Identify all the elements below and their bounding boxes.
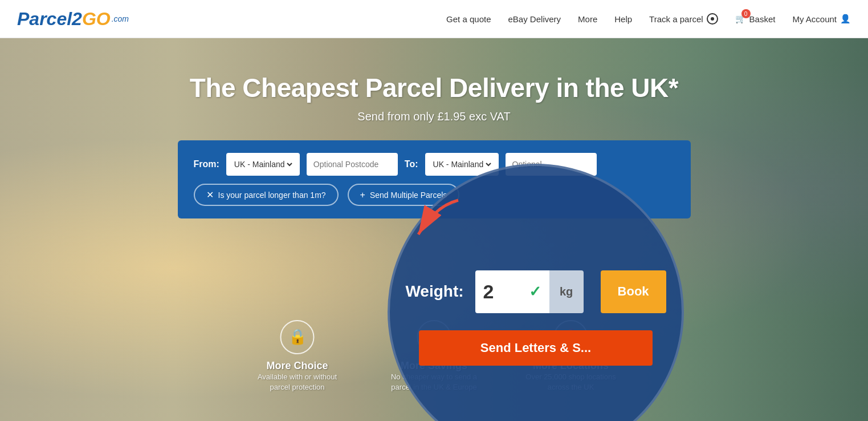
- target-icon: [707, 13, 718, 25]
- nav-get-quote[interactable]: Get a quote: [446, 14, 491, 24]
- longer-parcel-button[interactable]: ✕ Is your parcel longer than 1m?: [194, 184, 339, 206]
- logo-2: 2: [72, 9, 82, 30]
- arrow-indicator: [401, 195, 464, 246]
- user-icon: 👤: [840, 14, 851, 24]
- search-row: From: UK - Mainland To: UK - Mainland: [194, 153, 675, 176]
- hero-subtitle: Send from only £1.95 exc VAT: [357, 110, 510, 123]
- hero-title: The Cheapest Parcel Delivery in the UK*: [190, 72, 678, 103]
- basket-label: Basket: [749, 14, 776, 24]
- nav-ebay-delivery[interactable]: eBay Delivery: [508, 14, 561, 24]
- hero-section: The Cheapest Parcel Delivery in the UK* …: [0, 38, 868, 421]
- nav-more[interactable]: More: [578, 14, 597, 24]
- size-icon: ✕: [206, 189, 214, 200]
- nav-my-account[interactable]: My Account 👤: [792, 14, 851, 24]
- magnifier-weight-value: 2: [483, 281, 494, 303]
- logo-go: GO: [82, 9, 111, 30]
- nav-basket[interactable]: 🛒 0 Basket: [735, 14, 776, 24]
- logo-com: .com: [112, 14, 129, 23]
- feature-more-choice-title: More Choice: [266, 360, 328, 372]
- magnifier-weight-input[interactable]: 2 ✓: [475, 270, 549, 313]
- to-country-dropdown[interactable]: UK - Mainland: [431, 159, 493, 169]
- feature-more-choice-desc: Available with or without parcel protect…: [252, 372, 343, 392]
- my-account-label: My Account: [792, 14, 837, 24]
- shield-icon: 🔒: [280, 320, 315, 354]
- basket-icon: 🛒 0: [735, 14, 746, 24]
- magnifier-book-button[interactable]: Book: [601, 270, 666, 313]
- feature-more-choice: 🔒 More Choice Available with or without …: [252, 320, 343, 392]
- magnifier-send-button[interactable]: Send Letters & S...: [419, 330, 653, 366]
- plus-icon: +: [360, 190, 365, 200]
- header: Parcel 2 GO .com Get a quote eBay Delive…: [0, 0, 868, 38]
- basket-count: 0: [741, 9, 751, 18]
- from-label: From:: [194, 159, 219, 169]
- to-label: To:: [405, 159, 418, 169]
- logo-parcel: Parcel: [17, 9, 72, 30]
- from-country-select[interactable]: UK - Mainland: [226, 153, 300, 176]
- nav-help[interactable]: Help: [614, 14, 632, 24]
- from-country-dropdown[interactable]: UK - Mainland: [232, 159, 294, 169]
- check-icon: ✓: [529, 283, 541, 301]
- from-postcode-input[interactable]: [307, 153, 398, 176]
- track-parcel-label: Track a parcel: [649, 14, 703, 24]
- logo[interactable]: Parcel 2 GO .com: [17, 9, 129, 30]
- nav-track-parcel[interactable]: Track a parcel: [649, 13, 718, 25]
- magnifier-weight-label: Weight:: [405, 282, 463, 301]
- magnifier-weight-row: Weight: 2 ✓ kg Book: [405, 270, 666, 313]
- main-nav: Get a quote eBay Delivery More Help Trac…: [446, 13, 851, 25]
- magnifier-weight-unit: kg: [549, 270, 584, 313]
